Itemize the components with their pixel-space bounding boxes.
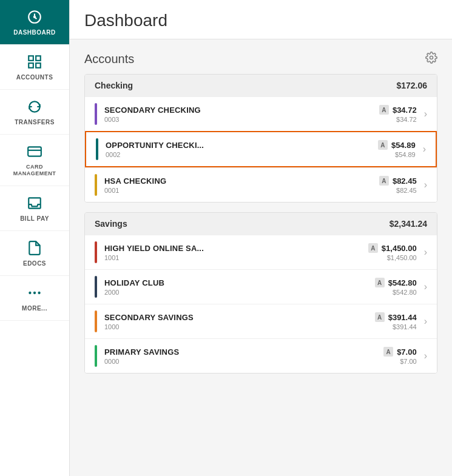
account-name: SECONDARY SAVINGS xyxy=(104,313,375,322)
chevron-right-icon: › xyxy=(424,247,427,258)
svg-rect-6 xyxy=(28,147,41,156)
checking-label: Checking xyxy=(95,81,133,90)
account-right: A $542.80 $542.80 xyxy=(375,278,417,296)
chevron-right-icon: › xyxy=(424,350,427,361)
chevron-right-icon: › xyxy=(424,281,427,292)
account-amount-top: $54.89 xyxy=(391,141,416,150)
sidebar-item-label: MORE... xyxy=(22,305,47,312)
table-row[interactable]: HSA CHECKING 0001 A $82.45 $82.45 › xyxy=(85,167,437,202)
sidebar: DASHBOARD ACCOUNTS TRANSFERS xyxy=(0,0,70,476)
chevron-right-icon: › xyxy=(423,144,426,155)
checking-group-header: Checking $172.06 xyxy=(85,75,437,96)
page-title: Dashboard xyxy=(84,11,437,30)
svg-point-9 xyxy=(29,291,31,293)
inbox-icon xyxy=(26,195,43,212)
svg-point-10 xyxy=(33,291,36,293)
svg-point-11 xyxy=(38,291,40,293)
sidebar-item-bill-pay[interactable]: BILL PAY xyxy=(0,186,69,231)
account-name: HOLIDAY CLUB xyxy=(104,278,375,287)
account-color-bar xyxy=(95,103,97,125)
account-number: 2000 xyxy=(104,289,375,296)
account-number: 1000 xyxy=(104,323,375,330)
table-row[interactable]: OPPORTUNITY CHECKI... 0002 A $54.89 $54.… xyxy=(85,131,437,167)
account-info: SECONDARY CHECKING 0003 xyxy=(104,106,379,123)
account-amount-top: $7.00 xyxy=(397,347,417,357)
account-amount-sub: $82.45 xyxy=(396,187,417,194)
savings-group-header: Savings $2,341.24 xyxy=(85,213,437,235)
table-row[interactable]: HOLIDAY CLUB 2000 A $542.80 $542.80 › xyxy=(85,269,437,304)
account-amount-sub: $542.80 xyxy=(393,289,417,296)
account-info: OPPORTUNITY CHECKI... 0002 xyxy=(106,141,378,158)
sidebar-item-label: DASHBOARD xyxy=(13,29,56,36)
savings-label: Savings xyxy=(95,219,127,229)
account-badge: A xyxy=(383,347,393,357)
account-color-bar xyxy=(95,310,97,332)
svg-rect-5 xyxy=(36,63,41,68)
account-number: 0000 xyxy=(104,358,383,365)
account-number: 1001 xyxy=(104,254,368,261)
account-name: SECONDARY CHECKING xyxy=(104,106,379,115)
savings-total: $2,341.24 xyxy=(390,219,427,229)
account-name: OPPORTUNITY CHECKI... xyxy=(106,141,378,150)
page-header: Dashboard xyxy=(70,0,452,39)
sidebar-item-edocs[interactable]: EDOCS xyxy=(0,231,69,276)
refresh-icon xyxy=(26,98,43,115)
account-badge: A xyxy=(375,312,385,322)
sidebar-item-accounts[interactable]: ACCOUNTS xyxy=(0,45,69,90)
account-amount-sub: $1,450.00 xyxy=(387,254,417,261)
settings-icon[interactable] xyxy=(425,52,437,67)
svg-rect-2 xyxy=(29,56,33,61)
account-badge: A xyxy=(368,243,378,253)
file-icon xyxy=(26,240,43,256)
account-name: HSA CHECKING xyxy=(104,176,379,186)
table-row[interactable]: HIGH YIELD ONLINE SA... 1001 A $1,450.00… xyxy=(85,235,437,269)
account-amount-top: $542.80 xyxy=(388,278,417,287)
account-color-bar xyxy=(95,241,97,263)
sidebar-item-label: BILL PAY xyxy=(20,215,49,222)
table-row[interactable]: SECONDARY SAVINGS 1000 A $391.44 $391.44… xyxy=(85,304,437,338)
sidebar-item-label: EDOCS xyxy=(23,260,46,267)
account-badge: A xyxy=(379,105,389,115)
grid-icon xyxy=(26,53,43,70)
chevron-right-icon: › xyxy=(424,316,427,327)
sidebar-item-dashboard[interactable]: DASHBOARD xyxy=(0,0,69,45)
sidebar-item-card-management[interactable]: CARD MANAGEMENT xyxy=(0,135,69,186)
clock-circle-icon xyxy=(26,8,43,25)
account-badge: A xyxy=(375,278,385,287)
account-badge: A xyxy=(378,140,388,150)
account-number: 0001 xyxy=(104,187,379,194)
accounts-section-header: Accounts xyxy=(84,52,437,67)
table-row[interactable]: PRIMARY SAVINGS 0000 A $7.00 $7.00 › xyxy=(85,338,437,373)
content-area: Accounts Checking $172.06 SECONDARY CHEC… xyxy=(70,39,452,395)
account-amount-sub: $7.00 xyxy=(400,358,417,365)
account-right: A $34.72 $34.72 xyxy=(379,105,417,123)
account-amount-sub: $54.89 xyxy=(395,151,416,158)
account-info: PRIMARY SAVINGS 0000 xyxy=(104,347,383,365)
checking-total: $172.06 xyxy=(396,81,427,90)
account-amount-sub: $34.72 xyxy=(396,116,417,123)
account-right: A $7.00 $7.00 xyxy=(383,347,417,365)
account-name: PRIMARY SAVINGS xyxy=(104,347,383,357)
accounts-title: Accounts xyxy=(84,52,134,66)
account-right: A $391.44 $391.44 xyxy=(375,312,417,330)
account-amount-top: $34.72 xyxy=(393,106,417,115)
card-icon xyxy=(26,143,43,160)
account-info: HIGH YIELD ONLINE SA... 1001 xyxy=(104,244,368,261)
svg-point-1 xyxy=(34,16,35,18)
main-content: Dashboard Accounts Checking $172.06 SE xyxy=(70,0,452,476)
account-color-bar xyxy=(95,276,97,298)
sidebar-item-more[interactable]: MORE... xyxy=(0,276,69,321)
checking-group: Checking $172.06 SECONDARY CHECKING 0003… xyxy=(84,74,437,203)
account-color-bar xyxy=(95,345,97,367)
account-amount-sub: $391.44 xyxy=(393,323,417,330)
account-color-bar xyxy=(95,174,97,196)
account-badge: A xyxy=(379,176,389,186)
account-number: 0003 xyxy=(104,116,379,123)
sidebar-item-label: ACCOUNTS xyxy=(16,74,53,81)
sidebar-item-transfers[interactable]: TRANSFERS xyxy=(0,90,69,135)
account-right: A $82.45 $82.45 xyxy=(379,176,417,194)
table-row[interactable]: SECONDARY CHECKING 0003 A $34.72 $34.72 … xyxy=(85,96,437,131)
account-color-bar xyxy=(96,138,98,160)
account-number: 0002 xyxy=(106,151,378,158)
svg-rect-3 xyxy=(36,56,41,61)
